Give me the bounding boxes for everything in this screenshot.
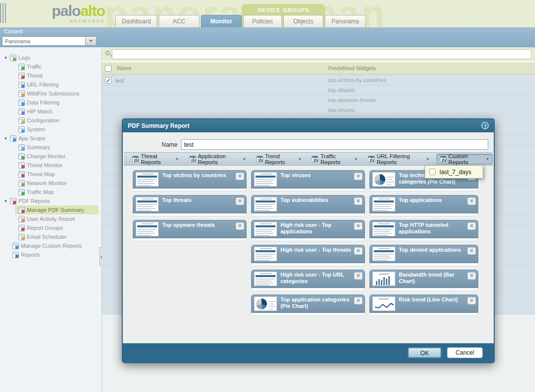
sidebar-item-logs[interactable]: ▼Logs [0,53,101,62]
report-chart-icon [257,156,263,162]
remove-widget-button[interactable]: × [354,247,362,255]
search-input[interactable] [112,49,532,59]
remove-widget-button[interactable]: × [467,247,476,255]
application-reports-menu-button[interactable]: Application Reports▼ [186,154,250,164]
widget-card[interactable]: Top HTTP tunneled applications× [369,220,478,241]
url-filtering-reports-menu-button[interactable]: URL Filtering Reports▼ [364,154,433,164]
widget-list-item: top-spyware-threats [328,96,376,105]
widget-title: Bandwidth trend (Bar Chart) [399,272,466,285]
report-name-input[interactable] [181,139,488,150]
sidebar-item-change-monitor[interactable]: Change Monitor [0,152,101,161]
column-header-predefined-widgets[interactable]: Predefined Widgets [328,65,376,71]
widget-card[interactable]: Top application categories (Pie Chart)× [251,294,365,316]
menu-item-last-7-days[interactable]: last_7_days [440,169,471,176]
search-icon [105,51,110,55]
remove-widget-button[interactable]: × [354,272,362,280]
widget-card[interactable]: Top denied applications× [369,245,478,266]
remove-widget-button[interactable]: × [354,297,362,304]
traffic-reports-menu-button[interactable]: Traffic Reports▼ [308,154,361,164]
widget-list-item: top-viruses [328,105,355,115]
widget-card[interactable]: High risk user - Top applications× [251,220,365,241]
sidebar-item-traffic[interactable]: Traffic [0,62,101,71]
report-name-link[interactable]: test [115,78,124,84]
tab-objects[interactable]: Objects [283,15,323,27]
tab-panorama[interactable]: Panorama [325,15,366,27]
context-select[interactable]: Panorama [2,36,96,46]
help-icon[interactable]: ? [481,122,489,129]
table-thumbnail-icon [136,222,159,236]
widget-card[interactable]: Bandwidth trend (Bar Chart)× [369,270,478,291]
column-header-name[interactable]: Name [117,65,131,71]
collapse-icon[interactable]: ▼ [3,56,8,60]
widget-card[interactable]: Top vulnerabilities× [251,195,365,216]
remove-widget-button[interactable]: × [467,272,476,280]
sidebar-item-pdf-reports[interactable]: ▼PDF Reports [0,196,101,205]
widget-card[interactable]: Top spyware threats× [133,220,247,241]
remove-widget-button[interactable]: × [236,222,244,230]
sidebar-item-configuration[interactable]: Configuration [0,116,101,125]
context-select-arrow-icon[interactable] [85,37,96,45]
sidebar-item-traffic-map[interactable]: Traffic Map [0,188,101,196]
ok-button[interactable]: OK [408,347,442,358]
tab-policies[interactable]: Policies [243,15,282,27]
sidebar-item-reports[interactable]: Reports [0,250,101,259]
sidebar-item-network-monitor[interactable]: Network Monitor [0,179,101,188]
widget-card[interactable]: Top applications× [369,195,478,216]
widget-card[interactable]: High risk user - Top URL categories× [251,270,365,291]
cancel-button[interactable]: Cancel [447,347,483,358]
select-all-checkbox[interactable] [105,65,111,72]
sidebar-item-app-scope[interactable]: ▼App Scope [0,134,101,143]
sidebar-item-user-activity-report[interactable]: User Activity Report [0,214,101,223]
widget-card[interactable]: Risk trend (Line Chart)× [369,294,478,316]
app-header: panorama pan paloalto NETWORKS DEVICE GR… [0,0,535,27]
report-chart-icon [132,156,139,162]
widget-card[interactable]: Top threats× [133,195,247,216]
change-monitor-icon [18,153,25,160]
main-tab-bar: Dashboard ACC Monitor Policies Objects P… [115,15,366,27]
threat-reports-menu-button[interactable]: Threat Reports▼ [129,154,182,164]
remove-widget-button[interactable]: × [467,297,476,304]
tab-monitor[interactable]: Monitor [201,15,242,27]
collapse-icon[interactable]: ▼ [3,136,8,141]
sidebar-item-url-filtering[interactable]: URL Filtering [0,80,101,89]
remove-widget-button[interactable]: × [236,173,244,180]
menu-item-checkbox[interactable] [429,169,436,175]
widget-card[interactable]: Top victims by countries× [133,170,247,192]
remove-widget-button[interactable]: × [354,222,362,230]
widget-card[interactable]: Top viruses× [251,170,365,192]
sidebar-item-threat-monitor[interactable]: Threat Monitor [0,161,101,170]
sidebar-item-summary[interactable]: Summary [0,143,101,152]
widget-card[interactable]: High risk user - Top threats× [251,245,365,266]
widget-title: Top viruses [280,172,353,179]
sidebar-item-manage-custom-reports[interactable]: Manage Custom Reports [0,241,101,250]
sidebar-item-email-scheduler[interactable]: Email Scheduler [0,232,101,241]
remove-widget-button[interactable]: × [236,197,244,205]
tab-acc[interactable]: ACC [159,15,199,27]
sidebar-item-threat[interactable]: Threat [0,71,101,80]
remove-widget-button[interactable]: × [467,222,476,230]
line-chart-thumbnail-icon [372,296,395,311]
sidebar-item-threat-map[interactable]: Threat Map [0,170,101,179]
sidebar-item-hip-match[interactable]: HIP Match [0,107,101,116]
remove-widget-button[interactable]: × [354,197,362,205]
wildfire-submissions-icon [18,91,25,97]
sidebar-item-wildfire-submissions[interactable]: WildFire Submissions [0,89,101,98]
widget-title: High risk user - Top applications [280,222,353,235]
widget-list-item: top-victims-by-countries [328,76,386,86]
trend-reports-menu-button[interactable]: Trend Reports▼ [253,154,305,164]
app-scope-icon [10,135,16,142]
sidebar-item-manage-pdf-summary[interactable]: Manage PDF Summary [0,205,101,214]
remove-widget-button[interactable]: × [467,197,476,205]
sidebar-item-report-groups[interactable]: Report Groups [0,223,101,232]
remove-widget-button[interactable]: × [354,173,362,180]
tab-dashboard[interactable]: Dashboard [115,15,157,27]
sidebar-item-data-filtering[interactable]: Data Filtering [0,98,101,107]
logs-icon [10,55,16,61]
row-checkbox[interactable]: ✓ [105,77,111,84]
collapse-icon[interactable]: ▼ [3,199,8,203]
sidebar-item-system[interactable]: System [0,125,101,134]
dialog-titlebar[interactable]: PDF Summary Report ? [123,119,494,132]
custom-reports-menu-button[interactable]: Custom Reports▼ [437,154,493,164]
traffic-map-icon [18,189,25,196]
widget-title: Top applications [399,197,466,203]
